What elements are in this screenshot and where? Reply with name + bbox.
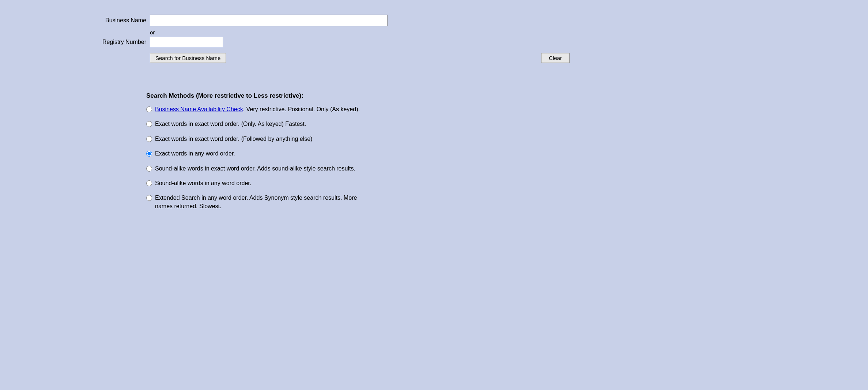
search-business-name-button[interactable]: Search for Business Name	[150, 53, 226, 63]
radio-method5[interactable]	[146, 166, 152, 172]
registry-number-label: Registry Number	[73, 39, 146, 45]
clear-button[interactable]: Clear	[541, 53, 570, 63]
button-row: Search for Business Name Clear Search He…	[73, 53, 795, 63]
radio-option-4: Exact words in any word order.	[146, 150, 795, 158]
radio-label-1: Business Name Availability Check. Very r…	[155, 105, 360, 113]
radio-method1[interactable]	[146, 106, 152, 112]
radio-method3[interactable]	[146, 136, 152, 142]
radio-label-3: Exact words in exact word order. (Follow…	[155, 135, 312, 143]
radio-method2[interactable]	[146, 121, 152, 127]
radio-option-6: Sound-alike words in any word order.	[146, 179, 795, 187]
registry-number-input[interactable]	[150, 37, 223, 47]
radio-method4[interactable]	[146, 151, 152, 157]
radio-label-6: Sound-alike words in any word order.	[155, 179, 251, 187]
search-methods-title: Search Methods (More restrictive to Less…	[146, 92, 795, 100]
or-text: or	[150, 29, 155, 35]
radio-label-4: Exact words in any word order.	[155, 150, 235, 158]
business-name-row: Business Name	[73, 15, 795, 26]
main-container: Business Name or Registry Number Search …	[0, 0, 868, 224]
business-name-availability-link[interactable]: Business Name Availability Check	[155, 106, 243, 112]
form-section: Business Name or Registry Number Search …	[73, 15, 795, 63]
radio-label-5: Sound-alike words in exact word order. A…	[155, 165, 355, 173]
radio-method6[interactable]	[146, 180, 152, 186]
radio-option-7: Extended Search in any word order. Adds …	[146, 194, 795, 210]
radio-method7[interactable]	[146, 195, 152, 201]
registry-number-row: Registry Number	[73, 37, 795, 47]
business-name-label: Business Name	[73, 17, 146, 24]
radio-option-2: Exact words in exact word order. (Only. …	[146, 120, 795, 128]
radio-option-1: Business Name Availability Check. Very r…	[146, 105, 795, 113]
radio-option-3: Exact words in exact word order. (Follow…	[146, 135, 795, 143]
radio-label-2: Exact words in exact word order. (Only. …	[155, 120, 306, 128]
business-name-input[interactable]	[150, 15, 388, 26]
search-methods-section: Search Methods (More restrictive to Less…	[146, 92, 795, 210]
radio-option-5: Sound-alike words in exact word order. A…	[146, 165, 795, 173]
or-row: or	[150, 29, 795, 35]
radio-label-7: Extended Search in any word order. Adds …	[155, 194, 374, 210]
